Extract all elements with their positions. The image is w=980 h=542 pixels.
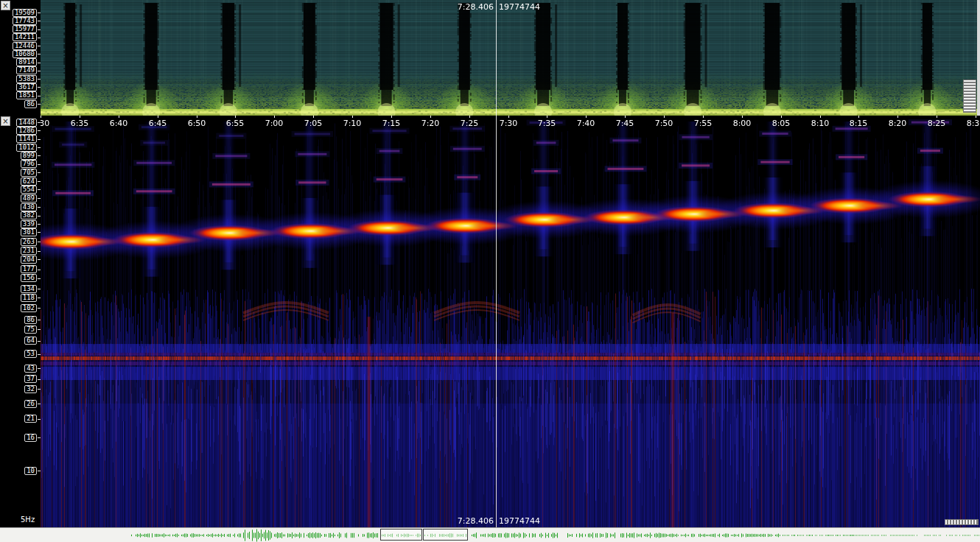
time-tick <box>158 116 158 118</box>
freq-label-53: 53 <box>24 350 37 358</box>
pane-main-spectrogram: 6:306:356:406:456:506:557:007:057:107:15… <box>0 116 980 527</box>
freq-tick <box>38 278 41 279</box>
freq-tick <box>38 354 41 355</box>
time-label-7:55: 7:55 <box>694 119 713 128</box>
time-label-7:35: 7:35 <box>538 119 556 128</box>
freq-label-899: 899 <box>21 152 37 160</box>
time-ruler: 6:306:356:406:456:506:557:007:057:107:15… <box>0 116 980 132</box>
freq-tick <box>38 289 41 289</box>
horizontal-zoom-wheel[interactable] <box>945 519 979 525</box>
freq-label-554: 554 <box>21 186 37 194</box>
scrollbar-track[interactable] <box>977 0 980 116</box>
time-label-7:50: 7:50 <box>655 119 673 128</box>
frequency-scale-main: 5Hz 144812861141101289979670562455448943… <box>0 116 41 527</box>
freq-label-5383: 5383 <box>16 75 37 83</box>
freq-label-177: 177 <box>21 265 37 273</box>
time-label-6:35: 6:35 <box>71 119 89 128</box>
freq-tick <box>38 259 41 260</box>
overview-panner[interactable] <box>0 527 980 542</box>
pane-overview-spectrogram: 1950917743159771421112446106808914714953… <box>0 0 980 116</box>
spectrogram-canvas-top[interactable] <box>0 0 980 116</box>
freq-tick <box>38 251 41 252</box>
view-region-box[interactable] <box>423 529 468 541</box>
close-pane-main-button[interactable]: × <box>1 116 10 126</box>
freq-tick <box>38 63 41 63</box>
vertical-zoom-wheel[interactable] <box>963 80 976 113</box>
freq-label-64: 64 <box>24 337 37 345</box>
time-label-7:45: 7:45 <box>616 119 634 128</box>
freq-label-382: 382 <box>21 211 37 219</box>
close-pane-top-button[interactable]: × <box>1 1 10 10</box>
spectrogram-canvas-main[interactable] <box>0 116 980 527</box>
time-label-8:30: 8:30 <box>967 119 980 128</box>
freq-tick <box>38 79 41 80</box>
freq-label-1448: 1448 <box>16 119 37 127</box>
freq-label-301: 301 <box>21 228 37 236</box>
time-label-7:30: 7:30 <box>500 119 518 128</box>
freq-label-86: 86 <box>24 100 37 108</box>
time-tick <box>664 116 665 118</box>
freq-tick <box>38 21 41 21</box>
freq-tick <box>38 232 41 233</box>
view-region-box[interactable] <box>380 529 422 541</box>
freq-tick <box>38 29 41 30</box>
time-tick <box>235 116 236 118</box>
cursor-frame-label: 19774744 <box>499 516 540 526</box>
freq-tick <box>38 87 41 88</box>
time-label-7:05: 7:05 <box>304 119 323 128</box>
cursor-time-label: 7:28.406 <box>458 2 494 12</box>
overview-waveform-canvas[interactable] <box>0 528 980 542</box>
freq-tick <box>38 216 41 217</box>
playback-cursor <box>496 0 497 527</box>
freq-label-339: 339 <box>21 220 37 228</box>
time-tick <box>41 116 41 118</box>
time-tick <box>703 116 704 118</box>
time-tick <box>858 116 859 118</box>
time-label-7:15: 7:15 <box>382 119 401 128</box>
time-label-8:05: 8:05 <box>772 119 791 128</box>
freq-label-1141: 1141 <box>16 135 37 143</box>
freq-tick <box>38 130 41 131</box>
freq-label-796: 796 <box>21 160 37 168</box>
freq-tick <box>38 54 41 54</box>
time-tick <box>430 116 431 118</box>
time-label-8:15: 8:15 <box>850 119 868 128</box>
freq-tick <box>38 13 41 13</box>
freq-tick <box>38 341 41 342</box>
freq-tick <box>38 198 41 199</box>
freq-tick <box>38 368 41 369</box>
freq-label-204: 204 <box>21 256 37 264</box>
time-tick <box>197 116 197 118</box>
frequency-scale-top: 1950917743159771421112446106808914714953… <box>0 0 41 116</box>
freq-tick <box>38 71 41 71</box>
time-tick <box>937 116 937 118</box>
freq-tick <box>38 155 41 156</box>
freq-tick <box>38 96 41 96</box>
freq-min-label: 5Hz <box>21 515 35 524</box>
freq-tick <box>38 181 41 182</box>
freq-tick <box>38 270 41 270</box>
freq-label-705: 705 <box>21 169 37 177</box>
freq-label-26: 26 <box>24 400 37 408</box>
time-tick <box>119 116 119 118</box>
time-label-6:45: 6:45 <box>149 119 167 128</box>
time-label-8:00: 8:00 <box>733 119 752 128</box>
freq-label-489: 489 <box>21 194 37 203</box>
freq-label-624: 624 <box>21 177 37 186</box>
time-tick <box>274 116 275 118</box>
time-label-6:50: 6:50 <box>188 119 206 128</box>
time-label-7:00: 7:00 <box>265 119 284 128</box>
freq-label-1012: 1012 <box>16 144 37 152</box>
freq-tick <box>38 38 41 38</box>
time-tick <box>80 116 80 118</box>
time-tick <box>897 116 898 118</box>
freq-tick <box>38 46 41 46</box>
time-label-7:25: 7:25 <box>461 119 479 128</box>
freq-label-156: 156 <box>21 274 37 282</box>
time-tick <box>469 116 470 118</box>
freq-label-12446: 12446 <box>13 42 37 50</box>
freq-tick <box>38 437 41 438</box>
freq-label-16: 16 <box>24 434 37 442</box>
time-tick <box>820 116 821 118</box>
freq-tick <box>38 308 41 309</box>
